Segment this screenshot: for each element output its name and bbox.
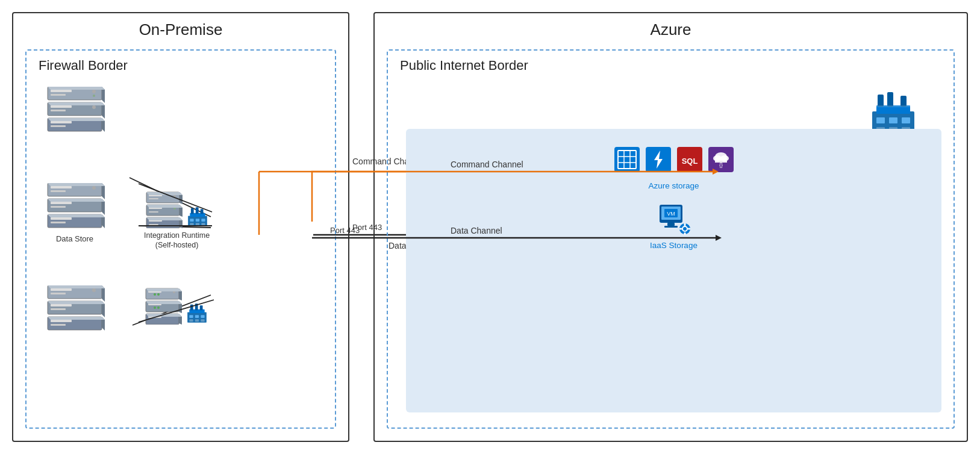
svg-rect-79	[201, 209, 204, 214]
public-internet-border-box: Public Internet Border	[387, 49, 955, 429]
iaas-storage-icon: VM	[657, 202, 691, 236]
svg-point-93	[154, 306, 156, 309]
firewall-border-title: Firewall Border	[39, 58, 128, 73]
svg-rect-9	[51, 90, 72, 92]
svg-rect-28	[51, 190, 66, 192]
svg-rect-112	[195, 319, 199, 322]
svg-text:SQL: SQL	[681, 157, 698, 166]
iaas-storage-group: VM IaaS Storage	[650, 202, 698, 250]
svg-rect-64	[149, 211, 158, 213]
ir2-factory-icon	[186, 302, 208, 325]
svg-marker-55	[48, 285, 105, 288]
azure-title: Azure	[651, 20, 691, 39]
svg-marker-39	[48, 183, 105, 186]
svg-rect-108	[189, 315, 193, 318]
svg-rect-106	[195, 303, 198, 310]
svg-marker-56	[48, 301, 105, 304]
svg-rect-120	[889, 117, 897, 123]
svg-rect-113	[201, 319, 204, 322]
svg-rect-31	[51, 202, 72, 204]
svg-rect-68	[149, 224, 158, 225]
data-store-label: Data Store	[56, 234, 93, 243]
svg-rect-35	[51, 222, 66, 223]
svg-rect-147	[664, 226, 678, 228]
svg-marker-23	[48, 87, 105, 90]
svg-marker-73	[146, 205, 183, 208]
svg-rect-111	[189, 319, 193, 322]
data-store-middle: Data Store	[45, 183, 105, 243]
svg-rect-116	[878, 95, 884, 107]
svg-marker-40	[48, 199, 105, 202]
svg-rect-121	[902, 117, 910, 123]
azure-storage-label: Azure storage	[648, 181, 699, 190]
ir-bottom-group	[144, 285, 208, 325]
svg-marker-24	[48, 102, 105, 105]
on-premise-title: On-Premise	[139, 20, 223, 39]
svg-rect-34	[51, 217, 72, 220]
svg-rect-146	[667, 223, 675, 226]
svg-rect-78	[196, 207, 199, 214]
svg-marker-41	[48, 214, 105, 217]
svg-rect-81	[196, 219, 199, 222]
svg-rect-151	[684, 223, 685, 226]
svg-marker-25	[48, 118, 105, 121]
ir-top-group: Integration Runtime(Self-hosted)	[144, 189, 210, 250]
svg-point-94	[157, 306, 160, 309]
svg-rect-18	[51, 121, 72, 123]
svg-rect-10	[51, 94, 66, 96]
public-internet-title: Public Internet Border	[400, 58, 528, 73]
svg-rect-107	[200, 305, 203, 310]
ir-factory-icon	[186, 205, 209, 228]
svg-marker-102	[146, 314, 182, 317]
azure-box: Azure Public Internet Border	[373, 12, 968, 442]
svg-rect-51	[51, 324, 66, 326]
azure-eventhubs-icon	[646, 147, 671, 172]
svg-text:{}: {}	[719, 162, 722, 168]
svg-rect-117	[887, 92, 893, 107]
svg-rect-154	[688, 228, 690, 230]
firewall-border-box: Firewall Border	[25, 49, 336, 429]
data-store-top	[45, 87, 105, 132]
svg-rect-19	[51, 125, 66, 127]
iaas-storage-label: IaaS Storage	[650, 241, 698, 250]
svg-marker-74	[146, 217, 183, 220]
svg-rect-44	[51, 293, 66, 294]
svg-point-150	[683, 227, 687, 231]
svg-marker-101	[146, 301, 182, 304]
svg-point-12	[93, 95, 95, 97]
svg-rect-110	[201, 315, 204, 318]
azure-sql-icon: SQL	[677, 147, 702, 172]
on-premise-box: On-Premise Firewall Border	[12, 12, 349, 442]
svg-text:VM: VM	[667, 211, 675, 217]
azure-cosmos-icon: {}	[708, 147, 734, 172]
svg-rect-27	[51, 186, 72, 188]
azure-table-icon	[614, 147, 640, 172]
svg-rect-60	[149, 198, 158, 199]
svg-marker-100	[146, 288, 182, 291]
svg-rect-80	[190, 219, 193, 222]
svg-rect-119	[876, 117, 885, 123]
svg-rect-125	[876, 105, 910, 107]
svg-rect-105	[190, 305, 193, 311]
svg-rect-152	[684, 232, 685, 235]
svg-rect-84	[196, 223, 199, 225]
svg-rect-118	[900, 96, 907, 107]
svg-rect-109	[195, 315, 199, 318]
svg-rect-15	[51, 110, 66, 111]
svg-rect-47	[51, 304, 72, 306]
svg-point-11	[92, 90, 96, 93]
svg-rect-82	[201, 219, 205, 222]
svg-rect-153	[679, 228, 682, 230]
svg-rect-14	[51, 105, 72, 108]
svg-marker-72	[146, 192, 183, 195]
svg-rect-83	[190, 223, 193, 225]
svg-rect-85	[201, 223, 205, 225]
svg-rect-50	[51, 320, 72, 322]
svg-rect-48	[51, 308, 66, 310]
svg-point-45	[92, 288, 96, 292]
svg-point-89	[157, 293, 160, 296]
svg-point-29	[92, 186, 96, 190]
svg-rect-43	[51, 288, 72, 291]
diagram-container: On-Premise Firewall Border	[0, 0, 980, 454]
azure-storage-box: SQL {} Azure storage	[406, 129, 941, 412]
